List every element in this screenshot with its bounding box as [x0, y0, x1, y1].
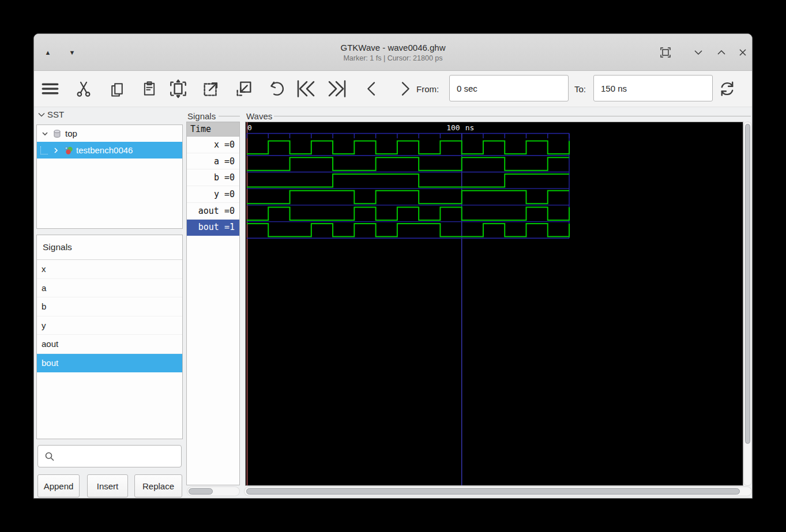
signals-list: xabyaoutbout [37, 260, 182, 372]
close-button[interactable] [736, 46, 750, 59]
signal-list-item-bout[interactable]: bout [37, 354, 182, 373]
menu-button[interactable] [40, 78, 61, 99]
zoom-out-icon [201, 79, 221, 99]
shift-pane-down-button[interactable]: ▼ [66, 47, 78, 58]
database-icon [52, 129, 62, 139]
chevron-left-icon [363, 80, 381, 98]
shift-left-button[interactable] [362, 78, 382, 99]
waveform-a [247, 157, 569, 171]
waveform-bout [247, 224, 569, 237]
signals-list-header: Signals [37, 235, 182, 260]
signal-search-box [37, 445, 182, 467]
tree-item-label: testbench0046 [76, 145, 133, 155]
search-input[interactable] [58, 446, 180, 467]
zoom-in-icon [234, 79, 254, 99]
window-title: GTKWave - wave0046.ghw [340, 43, 445, 52]
marker-cursor-status: Marker: 1 fs | Cursor: 21800 ps [343, 54, 442, 62]
minimize-button[interactable] [691, 46, 705, 59]
signal-list-item-y[interactable]: y [37, 316, 182, 335]
time-header[interactable]: Time [187, 122, 239, 137]
go-to-start-button[interactable] [295, 78, 315, 99]
replace-button[interactable]: Replace [134, 474, 182, 497]
wave-name-row-y[interactable]: y =0 [187, 186, 239, 203]
gtkwave-window: ▲ ▼ GTKWave - wave0046.ghw Marker: 1 fs … [33, 33, 753, 499]
search-icon [44, 451, 55, 465]
undo-arrow-icon [267, 80, 285, 98]
zoom-out-full-button[interactable] [201, 78, 221, 99]
fullscreen-button[interactable] [659, 46, 672, 59]
tree-item-top[interactable]: top [37, 125, 182, 142]
reload-icon [717, 79, 737, 99]
undo-button[interactable] [266, 78, 287, 99]
names-frame-line [219, 116, 240, 116]
titlebar: ▲ ▼ GTKWave - wave0046.ghw Marker: 1 fs … [34, 34, 752, 71]
chevron-right-icon [396, 80, 414, 98]
names-hscrollbar-thumb[interactable] [189, 488, 213, 495]
waves-hscrollbar[interactable] [244, 486, 752, 496]
names-frame-label: Signals [187, 111, 216, 121]
waves-hscrollbar-thumb[interactable] [246, 488, 740, 495]
wave-name-list: x =0a =0b =0y =0aout =0bout =1 [187, 137, 239, 236]
module-icon [63, 145, 73, 156]
zoom-fit-button[interactable] [168, 78, 189, 99]
sst-tree-panel: top testbench0046 [36, 124, 183, 229]
sst-collapse-icon [37, 111, 46, 119]
waveform-aout [247, 207, 569, 220]
clipboard-icon [141, 81, 157, 97]
waves-frame-line [274, 116, 751, 116]
signals-list-panel: Signals xabyaoutbout [36, 235, 183, 439]
waveform-b [247, 174, 569, 187]
waveform-x [247, 141, 569, 154]
paste-button[interactable] [139, 78, 160, 99]
shift-right-button[interactable] [394, 78, 415, 99]
fullscreen-icon [659, 46, 672, 59]
reload-button[interactable] [717, 78, 738, 99]
expander-open-icon[interactable] [40, 129, 50, 138]
waves-frame-label: Waves [246, 111, 272, 121]
signal-list-item-b[interactable]: b [37, 297, 182, 316]
close-icon [736, 46, 749, 59]
shift-pane-up-button[interactable]: ▲ [42, 47, 54, 58]
insert-button[interactable]: Insert [87, 474, 128, 497]
wave-name-row-bout[interactable]: bout =1 [187, 220, 239, 236]
timeline-label: 100 [446, 123, 460, 132]
names-hscrollbar[interactable] [187, 486, 240, 496]
waveform-y [247, 191, 569, 204]
chevron-down-icon [692, 46, 705, 59]
wave-names-panel: Time x =0a =0b =0y =0aout =0bout =1 [186, 122, 240, 485]
skip-to-start-icon [295, 78, 315, 99]
scissors-icon [75, 80, 92, 97]
zoom-in-button[interactable] [234, 78, 254, 99]
wave-name-row-aout[interactable]: aout =0 [187, 203, 239, 220]
waves-vscrollbar-thumb[interactable] [745, 124, 750, 444]
chevron-up-icon [715, 46, 728, 59]
zoom-fit-icon [168, 79, 188, 99]
sst-frame-label: SST [47, 110, 64, 119]
wave-name-row-a[interactable]: a =0 [187, 153, 239, 170]
expander-closed-icon[interactable] [51, 146, 61, 155]
copy-button[interactable] [107, 78, 127, 99]
copy-icon [108, 80, 126, 97]
signal-list-item-a[interactable]: a [37, 279, 182, 298]
cut-button[interactable] [73, 78, 94, 99]
go-to-end-button[interactable] [328, 78, 348, 99]
to-label: To: [574, 84, 586, 94]
waves-vscrollbar[interactable] [743, 122, 752, 486]
tree-item-label: top [65, 129, 77, 138]
waveform-canvas[interactable]: 0100ns [246, 122, 743, 485]
maximize-button[interactable] [714, 46, 728, 59]
signal-list-item-x[interactable]: x [37, 260, 182, 279]
tree-guide-line [40, 146, 48, 154]
wave-display[interactable]: 0100ns [245, 122, 743, 486]
from-label: From: [416, 84, 439, 94]
wave-name-row-x[interactable]: x =0 [187, 137, 239, 153]
timeline-label: 0 [247, 123, 252, 132]
from-time-input[interactable] [449, 75, 569, 101]
tree-item-testbench[interactable]: testbench0046 [37, 142, 182, 159]
wave-name-row-b[interactable]: b =0 [187, 169, 239, 186]
append-button[interactable]: Append [37, 474, 80, 497]
signal-list-item-aout[interactable]: aout [37, 335, 182, 354]
to-time-input[interactable] [593, 75, 713, 101]
toolbar: From: To: [34, 71, 752, 107]
sst-frame-header[interactable]: SST [37, 110, 64, 119]
